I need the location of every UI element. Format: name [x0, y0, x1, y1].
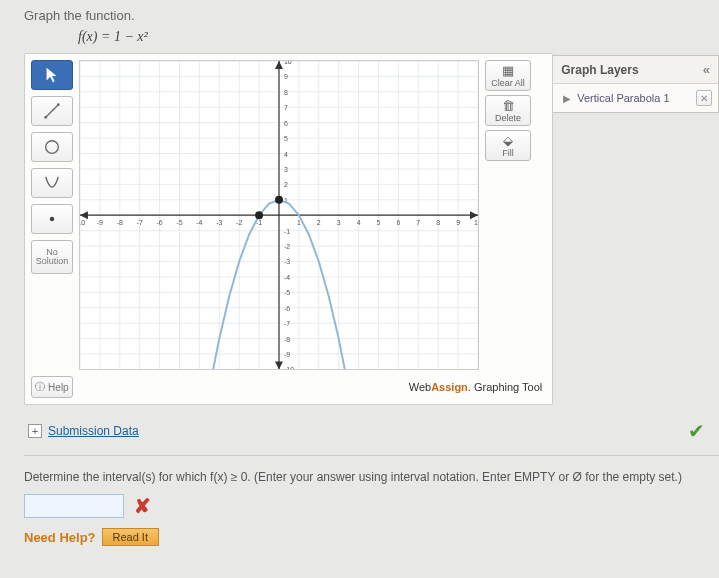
svg-text:-9: -9 — [97, 219, 103, 226]
svg-text:-3: -3 — [284, 258, 290, 265]
no-solution-label-2: Solution — [36, 257, 69, 266]
svg-text:8: 8 — [436, 219, 440, 226]
expand-layer-icon[interactable]: ▶ — [563, 93, 571, 104]
svg-text:8: 8 — [284, 89, 288, 96]
svg-point-4 — [50, 217, 55, 222]
need-help-label: Need Help? — [24, 530, 96, 545]
fill-label: Fill — [502, 148, 514, 158]
interval-answer-input[interactable] — [24, 494, 124, 518]
trash-icon: 🗑 — [502, 99, 515, 112]
graph-layers-title: Graph Layers — [561, 63, 638, 77]
correct-check-icon: ✔ — [688, 419, 705, 443]
clear-all-label: Clear All — [491, 78, 525, 88]
graph-help-button[interactable]: ⓘ Help — [31, 376, 73, 398]
delete-button[interactable]: 🗑 Delete — [485, 95, 531, 126]
fill-icon: ⬙ — [503, 134, 513, 147]
svg-text:4: 4 — [284, 151, 288, 158]
clear-all-button[interactable]: ▦ Clear All — [485, 60, 531, 91]
svg-text:9: 9 — [456, 219, 460, 226]
help-icon: ⓘ — [35, 380, 45, 394]
svg-text:-2: -2 — [284, 243, 290, 250]
line-tool[interactable] — [31, 96, 73, 126]
svg-marker-49 — [470, 211, 478, 219]
fill-button[interactable]: ⬙ Fill — [485, 130, 531, 161]
layer-label: Vertical Parabola 1 — [577, 92, 669, 104]
svg-text:-10: -10 — [284, 366, 294, 369]
expand-submission-icon[interactable]: + — [28, 424, 42, 438]
svg-text:-1: -1 — [284, 228, 290, 235]
incorrect-x-icon: ✘ — [134, 494, 151, 518]
svg-text:-7: -7 — [284, 320, 290, 327]
svg-text:-6: -6 — [157, 219, 163, 226]
divider — [24, 455, 719, 456]
no-solution-tool[interactable]: No Solution — [31, 240, 73, 274]
svg-text:5: 5 — [284, 135, 288, 142]
svg-point-2 — [57, 103, 60, 106]
circle-tool[interactable] — [31, 132, 73, 162]
graph-canvas[interactable]: -10-9-8-7-6-5-4-3-2-112345678910-10-9-8-… — [79, 60, 479, 370]
svg-text:7: 7 — [284, 104, 288, 111]
svg-text:-2: -2 — [236, 219, 242, 226]
svg-point-93 — [275, 196, 283, 204]
graph-help-label: Help — [48, 382, 69, 393]
svg-text:5: 5 — [377, 219, 381, 226]
formula: f(x) = 1 − x² — [78, 29, 719, 45]
delete-layer-button[interactable]: ✕ — [696, 90, 712, 106]
svg-text:2: 2 — [317, 219, 321, 226]
interval-question: Determine the interval(s) for which f(x)… — [24, 470, 719, 484]
svg-text:-4: -4 — [196, 219, 202, 226]
tool-palette: No Solution — [31, 60, 73, 370]
svg-point-94 — [255, 211, 263, 219]
graph-layers-panel: Graph Layers « ▶Vertical Parabola 1 ✕ — [553, 55, 719, 113]
collapse-layers-icon[interactable]: « — [703, 62, 710, 77]
pointer-tool[interactable] — [31, 60, 73, 90]
svg-marker-51 — [275, 61, 283, 69]
svg-point-1 — [44, 116, 47, 119]
svg-text:2: 2 — [284, 181, 288, 188]
clear-icon: ▦ — [502, 64, 514, 77]
prompt: Graph the function. — [24, 8, 719, 23]
svg-text:-5: -5 — [284, 289, 290, 296]
svg-text:9: 9 — [284, 73, 288, 80]
svg-marker-52 — [275, 361, 283, 369]
svg-text:-8: -8 — [284, 336, 290, 343]
svg-marker-50 — [80, 211, 88, 219]
svg-text:-3: -3 — [216, 219, 222, 226]
svg-text:-8: -8 — [117, 219, 123, 226]
submission-data-link[interactable]: Submission Data — [48, 424, 139, 438]
svg-text:6: 6 — [284, 120, 288, 127]
brand-label: WebAssign. Graphing Tool — [409, 381, 547, 393]
svg-point-3 — [46, 141, 59, 154]
svg-text:7: 7 — [416, 219, 420, 226]
point-tool[interactable] — [31, 204, 73, 234]
svg-line-0 — [46, 105, 59, 118]
svg-text:10: 10 — [474, 219, 478, 226]
svg-text:3: 3 — [337, 219, 341, 226]
svg-text:-6: -6 — [284, 305, 290, 312]
svg-text:6: 6 — [396, 219, 400, 226]
svg-text:10: 10 — [284, 61, 292, 65]
svg-text:-9: -9 — [284, 351, 290, 358]
svg-text:3: 3 — [284, 166, 288, 173]
read-it-button[interactable]: Read It — [102, 528, 159, 546]
delete-label: Delete — [495, 113, 521, 123]
graphing-tool: No Solution -10-9-8-7-6-5-4-3-2-11234567… — [24, 53, 553, 405]
layer-item[interactable]: ▶Vertical Parabola 1 ✕ — [553, 84, 718, 112]
parabola-tool[interactable] — [31, 168, 73, 198]
svg-text:4: 4 — [357, 219, 361, 226]
svg-text:-10: -10 — [80, 219, 85, 226]
svg-text:-4: -4 — [284, 274, 290, 281]
svg-text:-5: -5 — [176, 219, 182, 226]
action-palette: ▦ Clear All 🗑 Delete ⬙ Fill — [485, 60, 531, 370]
svg-text:-7: -7 — [137, 219, 143, 226]
